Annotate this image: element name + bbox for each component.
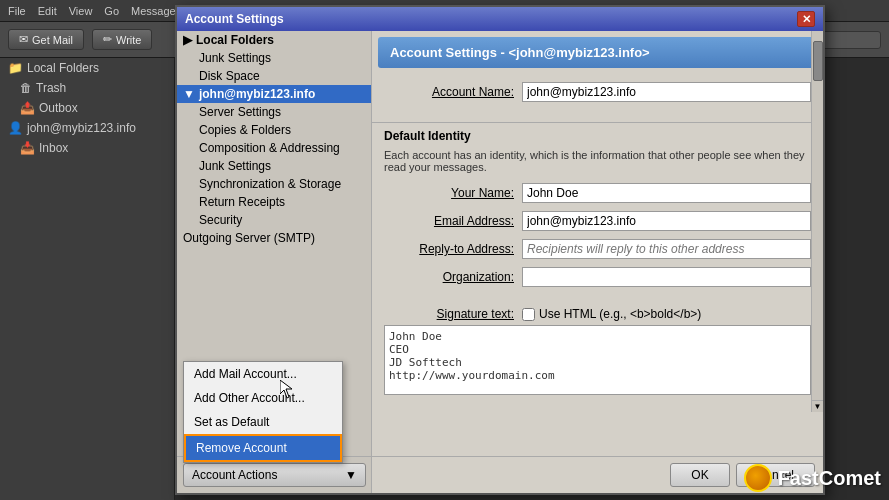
close-button[interactable]: ✕ <box>797 11 815 27</box>
org-input[interactable] <box>522 267 811 287</box>
your-name-row: Your Name: <box>384 183 811 203</box>
account-actions-button[interactable]: Account Actions ▼ <box>183 463 366 487</box>
account-actions-container: Add Mail Account... Add Other Account...… <box>183 463 366 487</box>
account-settings-dialog: Account Settings ✕ ▶ Local Folders Junk … <box>175 5 825 495</box>
triangle-icon: ▶ <box>183 33 192 47</box>
tree-item-junk-settings-lf[interactable]: Junk Settings <box>177 49 371 67</box>
tree-item-copies-folders[interactable]: Copies & Folders <box>177 121 371 139</box>
dropdown-remove-account[interactable]: Remove Account <box>184 434 342 462</box>
menu-view[interactable]: View <box>69 5 93 17</box>
mail-icon: ✉ <box>19 33 28 46</box>
dialog-titlebar: Account Settings ✕ <box>177 7 823 31</box>
menu-file[interactable]: File <box>8 5 26 17</box>
dropdown-add-mail[interactable]: Add Mail Account... <box>184 362 342 386</box>
outbox-icon: 📤 <box>20 101 35 115</box>
fastcomet-logo <box>744 464 772 492</box>
ok-button[interactable]: OK <box>670 463 729 487</box>
form-account-name: Account Name: <box>372 74 823 118</box>
scrollbar-thumb[interactable] <box>813 41 823 81</box>
inbox-icon: 📥 <box>20 141 35 155</box>
tree-item-server-settings[interactable]: Server Settings <box>177 103 371 121</box>
sidebar-item-inbox[interactable]: 📥 Inbox <box>0 138 174 158</box>
your-name-input[interactable] <box>522 183 811 203</box>
tree-item-composition-addressing[interactable]: Composition & Addressing <box>177 139 371 157</box>
get-mail-button[interactable]: ✉ Get Mail <box>8 29 84 50</box>
sidebar-item-outbox[interactable]: 📤 Outbox <box>0 98 174 118</box>
menu-edit[interactable]: Edit <box>38 5 57 17</box>
account-name-input[interactable] <box>522 82 811 102</box>
watermark: FastComet <box>744 464 881 492</box>
scrollbar-down-arrow[interactable]: ▼ <box>811 400 823 412</box>
form-fields: Your Name: Email Address: Reply-to Addre… <box>372 179 823 303</box>
write-button[interactable]: ✏ Write <box>92 29 152 50</box>
reply-to-label: Reply-to Address: <box>384 242 514 256</box>
dialog-title: Account Settings <box>185 12 284 26</box>
menu-message[interactable]: Message <box>131 5 176 17</box>
signature-box[interactable]: John Doe CEO JD Softtech http://www.your… <box>384 325 811 395</box>
org-label: Organization: <box>384 270 514 284</box>
dropdown-add-other[interactable]: Add Other Account... <box>184 386 342 410</box>
dialog-body: ▶ Local Folders Junk Settings Disk Space… <box>177 31 823 493</box>
sig-line-1: John Doe <box>389 330 806 343</box>
email-row: Email Address: <box>384 211 811 231</box>
dialog-right-header: Account Settings - <john@mybiz123.info> <box>378 37 817 68</box>
watermark-text: FastComet <box>778 467 881 490</box>
sidebar: 📁 Local Folders 🗑 Trash 📤 Outbox 👤 john@… <box>0 58 175 500</box>
sig-line-2: CEO <box>389 343 806 356</box>
dropdown-set-default[interactable]: Set as Default <box>184 410 342 434</box>
sig-html-label: Use HTML (e.g., <b>bold</b>) <box>522 307 701 321</box>
account-name-row: Account Name: <box>384 82 811 102</box>
sidebar-item-trash[interactable]: 🗑 Trash <box>0 78 174 98</box>
sidebar-item-account[interactable]: 👤 john@mybiz123.info <box>0 118 174 138</box>
scrollbar-track[interactable] <box>811 31 823 412</box>
sig-label-row: Signature text: Use HTML (e.g., <b>bold<… <box>384 307 811 321</box>
tree-item-local-folders[interactable]: ▶ Local Folders <box>177 31 371 49</box>
triangle-down-icon: ▼ <box>183 87 195 101</box>
account-actions-dropdown: Add Mail Account... Add Other Account...… <box>183 361 343 463</box>
account-name-label: Account Name: <box>384 85 514 99</box>
dialog-tree-pane: ▶ Local Folders Junk Settings Disk Space… <box>177 31 372 493</box>
reply-to-input[interactable] <box>522 239 811 259</box>
tree-item-security[interactable]: Security <box>177 211 371 229</box>
tree-item-return-receipts[interactable]: Return Receipts <box>177 193 371 211</box>
folder-icon: 📁 <box>8 61 23 75</box>
account-icon: 👤 <box>8 121 23 135</box>
tree-item-junk-settings[interactable]: Junk Settings <box>177 157 371 175</box>
default-identity-title: Default Identity <box>372 122 823 145</box>
dialog-right-pane: Account Settings - <john@mybiz123.info> … <box>372 31 823 493</box>
sig-line-3: JD Softtech <box>389 356 806 369</box>
dropdown-arrow-icon: ▼ <box>345 468 357 482</box>
sig-label: Signature text: <box>384 307 514 321</box>
sidebar-item-local-folders[interactable]: 📁 Local Folders <box>0 58 174 78</box>
email-label: Email Address: <box>384 214 514 228</box>
sig-line-4: http://www.yourdomain.com <box>389 369 806 382</box>
tree-item-outgoing-smtp[interactable]: Outgoing Server (SMTP) <box>177 229 371 247</box>
tree-item-account-email[interactable]: ▼ john@mybiz123.info <box>177 85 371 103</box>
sig-html-checkbox[interactable] <box>522 308 535 321</box>
menu-go[interactable]: Go <box>104 5 119 17</box>
tree-item-disk-space[interactable]: Disk Space <box>177 67 371 85</box>
account-actions-area: Add Mail Account... Add Other Account...… <box>177 456 372 493</box>
sig-html-text: Use HTML (e.g., <b>bold</b>) <box>539 307 701 321</box>
trash-icon: 🗑 <box>20 81 32 95</box>
reply-to-row: Reply-to Address: <box>384 239 811 259</box>
write-icon: ✏ <box>103 33 112 46</box>
tree-item-synchronization-storage[interactable]: Synchronization & Storage <box>177 175 371 193</box>
org-row: Organization: <box>384 267 811 287</box>
email-input[interactable] <box>522 211 811 231</box>
your-name-label: Your Name: <box>384 186 514 200</box>
identity-description: Each account has an identity, which is t… <box>372 145 823 179</box>
